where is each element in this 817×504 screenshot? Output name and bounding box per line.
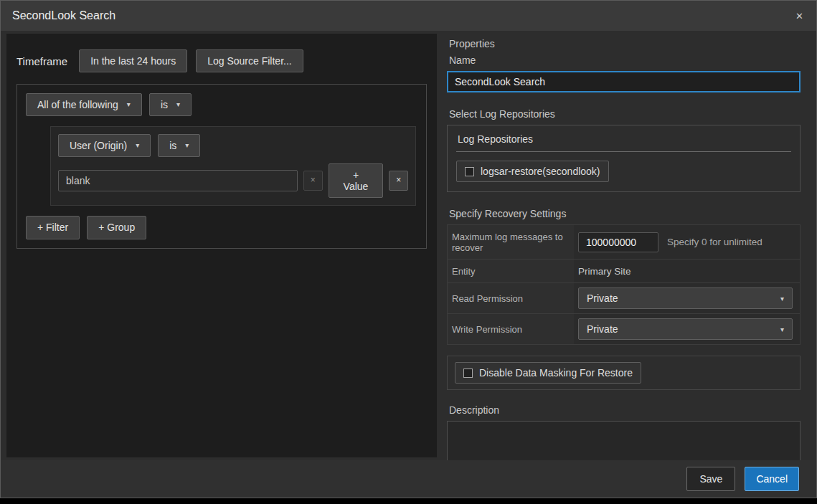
entity-cell: Primary Site xyxy=(574,260,800,282)
properties-title: Properties xyxy=(449,38,801,49)
log-source-filter-button[interactable]: Log Source Filter... xyxy=(196,49,303,72)
close-icon[interactable]: ✕ xyxy=(795,11,803,21)
chevron-down-icon: ▾ xyxy=(127,100,131,109)
log-repositories-box: Log Repositories logsar-restore(secondlo… xyxy=(447,125,801,192)
filter-condition-label: is xyxy=(169,140,176,151)
dialog-body: Timeframe In the last 24 hours Log Sourc… xyxy=(1,31,816,460)
group-condition-label: is xyxy=(161,99,168,110)
group-operator-label: All of the following xyxy=(37,99,118,110)
group-operator-row: All of the following ▾ is ▾ xyxy=(26,93,417,116)
max-messages-cell: Specify 0 for unlimited xyxy=(574,225,800,259)
dialog-title: SecondLook Search xyxy=(12,9,115,22)
repository-label: logsar-restore(secondlook) xyxy=(481,166,600,177)
group-condition-dropdown[interactable]: is ▾ xyxy=(149,93,192,116)
checkbox-icon[interactable] xyxy=(465,167,474,176)
add-value-button[interactable]: + Value xyxy=(329,163,384,198)
read-permission-cell: Private ▾ xyxy=(574,283,800,313)
save-button[interactable]: Save xyxy=(686,467,735,491)
write-permission-dropdown[interactable]: Private ▾ xyxy=(578,318,793,340)
select-repositories-label: Select Log Repositories xyxy=(449,108,801,120)
timeframe-button[interactable]: In the last 24 hours xyxy=(79,49,187,72)
filter-group-box: All of the following ▾ is ▾ User (Origin… xyxy=(16,84,427,248)
clear-value-button[interactable]: × xyxy=(303,171,323,191)
log-repositories-header: Log Repositories xyxy=(456,125,791,152)
filter-condition-dropdown[interactable]: is ▾ xyxy=(158,134,200,157)
write-permission-value: Private xyxy=(587,323,618,335)
titlebar: SecondLook Search ✕ xyxy=(1,1,816,31)
filter-field-dropdown[interactable]: User (Origin) ▾ xyxy=(58,134,151,157)
remove-filter-button[interactable]: × xyxy=(389,171,408,191)
chevron-down-icon: ▾ xyxy=(176,100,180,109)
entity-label: Entity xyxy=(448,260,574,282)
table-row: Maximum log messages to recover Specify … xyxy=(448,225,800,260)
filter-field-label: User (Origin) xyxy=(70,140,127,151)
timeframe-label: Timeframe xyxy=(16,55,67,67)
filter-item: User (Origin) ▾ is ▾ × + Value × xyxy=(50,126,416,206)
filter-value-row: × + Value × xyxy=(58,163,408,198)
write-permission-cell: Private ▾ xyxy=(574,314,800,344)
add-filter-button[interactable]: + Filter xyxy=(26,216,80,239)
entity-value: Primary Site xyxy=(578,266,631,277)
timeframe-row: Timeframe In the last 24 hours Log Sourc… xyxy=(6,34,437,84)
properties-panel: Properties Name Select Log Repositories … xyxy=(447,38,801,468)
chevron-down-icon: ▾ xyxy=(136,141,139,150)
group-actions-row: + Filter + Group xyxy=(26,216,417,239)
filter-value-input[interactable] xyxy=(58,170,298,191)
filter-panel: Timeframe In the last 24 hours Log Sourc… xyxy=(6,34,437,457)
filter-field-row: User (Origin) ▾ is ▾ xyxy=(58,134,408,157)
read-permission-dropdown[interactable]: Private ▾ xyxy=(578,287,793,309)
footer: Save Cancel xyxy=(1,460,816,498)
max-messages-label: Maximum log messages to recover xyxy=(448,225,574,259)
max-messages-hint: Specify 0 for unlimited xyxy=(667,237,762,247)
checkbox-icon[interactable] xyxy=(463,369,473,378)
chevron-down-icon: ▾ xyxy=(185,141,189,150)
description-label: Description xyxy=(449,404,801,416)
masking-box: Disable Data Masking For Restore xyxy=(447,356,801,390)
table-row: Write Permission Private ▾ xyxy=(448,314,800,345)
table-row: Entity Primary Site xyxy=(448,260,800,283)
read-permission-value: Private xyxy=(587,293,618,304)
max-messages-input[interactable] xyxy=(578,232,658,252)
masking-label: Disable Data Masking For Restore xyxy=(479,367,633,379)
repository-checkbox-item[interactable]: logsar-restore(secondlook) xyxy=(456,161,609,182)
name-label: Name xyxy=(449,54,801,66)
masking-checkbox-item[interactable]: Disable Data Masking For Restore xyxy=(455,362,641,384)
secondlook-search-dialog: SecondLook Search ✕ Timeframe In the las… xyxy=(0,0,817,498)
chevron-down-icon: ▾ xyxy=(780,295,784,303)
chevron-down-icon: ▾ xyxy=(780,325,784,333)
recovery-settings-label: Specify Recovery Settings xyxy=(449,208,801,219)
name-input[interactable] xyxy=(447,71,801,92)
recovery-settings-table: Maximum log messages to recover Specify … xyxy=(447,224,801,345)
description-textarea[interactable] xyxy=(447,421,801,465)
write-permission-label: Write Permission xyxy=(448,314,574,344)
add-group-button[interactable]: + Group xyxy=(87,216,146,239)
cancel-button[interactable]: Cancel xyxy=(745,467,799,491)
group-operator-dropdown[interactable]: All of the following ▾ xyxy=(26,93,142,116)
table-row: Read Permission Private ▾ xyxy=(448,283,800,314)
read-permission-label: Read Permission xyxy=(448,283,574,313)
